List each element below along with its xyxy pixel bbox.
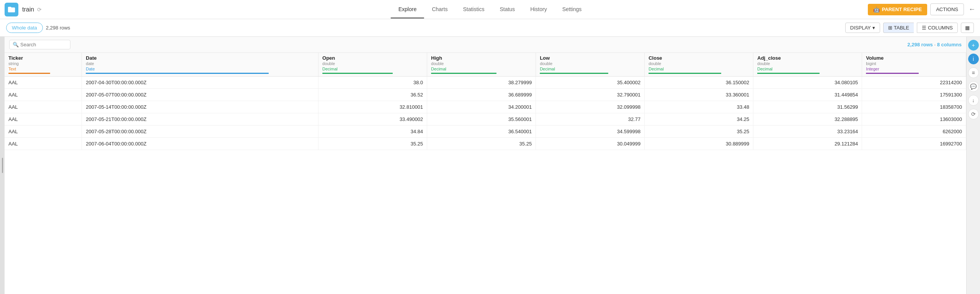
table-cell: 2007-05-21T00:00:00.000Z <box>82 113 318 126</box>
table-cell: 22314200 <box>862 77 966 89</box>
table-row: AAL2007-04-30T00:00:00.000Z38.038.279999… <box>5 77 966 89</box>
search-icon: 🔍 <box>13 42 19 47</box>
dataset-name: train <box>22 6 34 13</box>
right-sidebar: + i ≡ 💬 ↓ ⟳ <box>966 37 980 294</box>
table-cell: 35.25 <box>427 138 536 150</box>
table-body: AAL2007-04-30T00:00:00.000Z38.038.279999… <box>5 77 966 150</box>
table-cell: 35.25 <box>318 138 427 150</box>
table-cell: AAL <box>5 113 82 126</box>
table-cell: 18358700 <box>862 101 966 113</box>
search-row: 🔍 2,298 rows · 8 columns <box>5 37 966 53</box>
table-cell: 32.099998 <box>536 101 645 113</box>
tab-statistics[interactable]: Statistics <box>455 1 492 18</box>
table-view-button[interactable]: ⊞ TABLE <box>883 23 914 33</box>
table-cell: 35.560001 <box>427 113 536 126</box>
col-header-adj-close: Adj_close double Decimal <box>753 53 862 77</box>
table-cell: 34.84 <box>318 126 427 138</box>
table-cell: 36.689999 <box>427 89 536 101</box>
table-cell: 34.599998 <box>536 126 645 138</box>
download-button[interactable]: ↓ <box>968 95 979 106</box>
add-button[interactable]: + <box>968 40 979 51</box>
table-icon: ⊞ <box>888 25 892 31</box>
table-cell: 17591300 <box>862 89 966 101</box>
table-cell: 31.56299 <box>753 101 862 113</box>
back-button[interactable]: ← <box>969 5 975 13</box>
main-area: 🔍 2,298 rows · 8 columns Ticker string T… <box>0 37 980 294</box>
tab-status[interactable]: Status <box>492 1 523 18</box>
table-cell: AAL <box>5 77 82 89</box>
parent-recipe-button[interactable]: 🤖 PARENT RECIPE <box>868 4 928 15</box>
table-cell: 34.080105 <box>753 77 862 89</box>
search-input[interactable] <box>20 42 66 47</box>
refresh-button[interactable]: ⟳ <box>968 109 979 119</box>
table-cell: 30.049999 <box>536 138 645 150</box>
table-cell: 13603000 <box>862 113 966 126</box>
whole-data-button[interactable]: Whole data <box>6 23 43 33</box>
bar-chart-icon: ▦ <box>965 25 970 31</box>
actions-button[interactable]: ACTIONS <box>930 3 964 15</box>
columns-view-button[interactable]: ☰ COLUMNS <box>917 23 958 33</box>
left-edge-line <box>2 158 3 173</box>
table-cell: 2007-05-14T00:00:00.000Z <box>82 101 318 113</box>
menu-button[interactable]: ≡ <box>968 67 979 78</box>
table-cell: AAL <box>5 126 82 138</box>
data-table: Ticker string Text Date date Date <box>5 53 966 150</box>
toolbar: Whole data 2,298 rows DISPLAY ▾ ⊞ TABLE … <box>0 19 980 37</box>
table-cell: 36.540001 <box>427 126 536 138</box>
table-cell: 36.52 <box>318 89 427 101</box>
table-cell: 16992700 <box>862 138 966 150</box>
info-button[interactable]: i <box>968 54 979 64</box>
table-cell: 2007-05-07T00:00:00.000Z <box>82 89 318 101</box>
table-row: AAL2007-06-04T00:00:00.000Z35.2535.2530.… <box>5 138 966 150</box>
nav-tabs: Explore Charts Statistics Status History… <box>391 1 590 18</box>
table-cell: 33.360001 <box>645 89 753 101</box>
top-bar: train ⟳ Explore Charts Statistics Status… <box>0 0 980 19</box>
table-cell: AAL <box>5 101 82 113</box>
table-row: AAL2007-05-28T00:00:00.000Z34.8436.54000… <box>5 126 966 138</box>
tab-explore[interactable]: Explore <box>391 1 424 18</box>
robot-icon: 🤖 <box>873 7 880 13</box>
table-row: AAL2007-05-14T00:00:00.000Z32.81000134.2… <box>5 101 966 113</box>
chat-button[interactable]: 💬 <box>968 81 979 92</box>
table-row: AAL2007-05-21T00:00:00.000Z33.49000235.5… <box>5 113 966 126</box>
col-header-close: Close double Decimal <box>645 53 753 77</box>
table-cell: AAL <box>5 89 82 101</box>
table-cell: 32.810001 <box>318 101 427 113</box>
sync-icon: ⟳ <box>37 7 42 13</box>
table-cell: 30.889999 <box>645 138 753 150</box>
tab-settings[interactable]: Settings <box>555 1 590 18</box>
table-cell: 33.490002 <box>318 113 427 126</box>
table-cell: 35.400002 <box>536 77 645 89</box>
col-header-high: High double Decimal <box>427 53 536 77</box>
col-header-date: Date date Date <box>82 53 318 77</box>
tab-charts[interactable]: Charts <box>424 1 455 18</box>
table-area: 🔍 2,298 rows · 8 columns Ticker string T… <box>5 37 966 294</box>
table-cell: 35.25 <box>645 126 753 138</box>
table-row: AAL2007-05-07T00:00:00.000Z36.5236.68999… <box>5 89 966 101</box>
table-cell: 6262000 <box>862 126 966 138</box>
table-cell: 34.200001 <box>427 101 536 113</box>
table-cell: 2007-04-30T00:00:00.000Z <box>82 77 318 89</box>
table-cell: 36.150002 <box>645 77 753 89</box>
app-icon[interactable] <box>5 3 18 16</box>
chevron-down-icon: ▾ <box>872 25 875 31</box>
rows-count: 2,298 rows <box>46 25 70 31</box>
tab-history[interactable]: History <box>523 1 555 18</box>
table-cell: 29.121284 <box>753 138 862 150</box>
table-cell: 38.0 <box>318 77 427 89</box>
table-cell: 34.25 <box>645 113 753 126</box>
rows-cols-info: 2,298 rows · 8 columns <box>907 42 962 47</box>
col-header-ticker: Ticker string Text <box>5 53 82 77</box>
table-cell: 32.77 <box>536 113 645 126</box>
table-cell: AAL <box>5 138 82 150</box>
search-wrap: 🔍 <box>9 40 70 49</box>
col-header-low: Low double Decimal <box>536 53 645 77</box>
display-button[interactable]: DISPLAY ▾ <box>845 23 880 33</box>
table-cell: 2007-06-04T00:00:00.000Z <box>82 138 318 150</box>
table-cell: 2007-05-28T00:00:00.000Z <box>82 126 318 138</box>
col-header-open: Open double Decimal <box>318 53 427 77</box>
left-edge-panel[interactable] <box>0 37 5 294</box>
table-cell: 33.48 <box>645 101 753 113</box>
top-right: 🤖 PARENT RECIPE ACTIONS ← <box>868 3 975 15</box>
chart-mini-button[interactable]: ▦ <box>961 23 974 33</box>
